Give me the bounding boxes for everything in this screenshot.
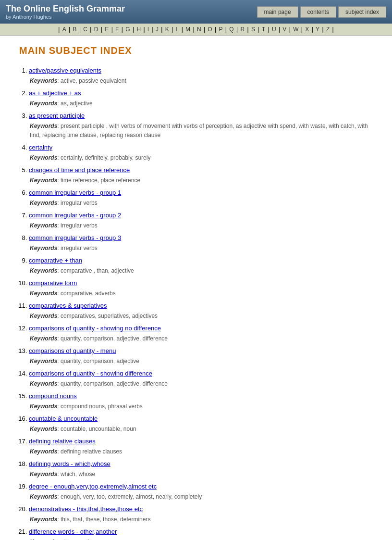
header-title-block: The Online English Grammar by Anthony Hu… bbox=[6, 4, 247, 20]
list-item: active/passive equivalentsKeywords: acti… bbox=[29, 66, 373, 86]
alpha-b[interactable]: B bbox=[73, 26, 77, 33]
keywords-1: Keywords: active, passive equivalent bbox=[29, 76, 373, 86]
index-link-17[interactable]: defining relative clauses bbox=[29, 438, 96, 445]
keywords-4: Keywords: certainly, definitely, probabl… bbox=[29, 153, 373, 163]
alpha-l[interactable]: L bbox=[176, 26, 179, 33]
index-link-21[interactable]: difference words - other,another bbox=[29, 528, 117, 535]
list-item: defining words - which,whoseKeywords: wh… bbox=[29, 459, 373, 479]
index-link-8[interactable]: common irregular verbs - group 3 bbox=[29, 234, 121, 241]
index-list: active/passive equivalentsKeywords: acti… bbox=[19, 66, 373, 540]
list-item: comparatives & superlativesKeywords: com… bbox=[29, 301, 373, 321]
index-link-3[interactable]: as present participle bbox=[29, 112, 85, 119]
index-link-7[interactable]: common irregular verbs - group 2 bbox=[29, 212, 121, 219]
list-item: comparisons of quantity - showing differ… bbox=[29, 369, 373, 389]
list-item: as + adjective + asKeywords: as, adjecti… bbox=[29, 88, 373, 108]
keywords-13: Keywords: quantity, comparison, adjectiv… bbox=[29, 357, 373, 366]
alphabet-bar: | A | B | C | D | E | F | G | H | I | J … bbox=[0, 24, 392, 36]
list-item: changes of time and place referenceKeywo… bbox=[29, 165, 373, 185]
index-link-5[interactable]: changes of time and place reference bbox=[29, 166, 130, 174]
alpha-m[interactable]: M bbox=[185, 26, 190, 33]
alpha-y[interactable]: Y bbox=[316, 26, 319, 33]
keywords-21: Keywords: other, another bbox=[29, 538, 373, 540]
list-item: demonstratives - this,that,these,those e… bbox=[29, 504, 373, 524]
main-content: MAIN SUBJECT INDEX active/passive equiva… bbox=[0, 36, 392, 540]
list-item: common irregular verbs - group 1Keywords… bbox=[29, 188, 373, 208]
index-link-11[interactable]: comparatives & superlatives bbox=[29, 302, 107, 309]
index-link-15[interactable]: compound nouns bbox=[29, 392, 77, 400]
keywords-2: Keywords: as, adjective bbox=[29, 99, 373, 108]
keywords-3: Keywords: present participle , with verb… bbox=[29, 122, 373, 140]
alpha-w[interactable]: W bbox=[293, 26, 298, 33]
alpha-r[interactable]: R bbox=[240, 26, 245, 33]
list-item: countable & uncountableKeywords: countab… bbox=[29, 414, 373, 434]
alpha-c[interactable]: C bbox=[83, 26, 87, 33]
index-link-4[interactable]: certainty bbox=[29, 144, 52, 151]
index-link-20[interactable]: demonstratives - this,that,these,those e… bbox=[29, 505, 143, 513]
alpha-k[interactable]: K bbox=[165, 26, 169, 33]
keywords-7: Keywords: irregular verbs bbox=[29, 221, 373, 230]
nav-buttons: main page contents subject index bbox=[257, 6, 386, 18]
alpha-g[interactable]: G bbox=[125, 26, 130, 33]
alpha-u[interactable]: U bbox=[272, 26, 276, 33]
site-subtitle: by Anthony Hughes bbox=[6, 14, 247, 20]
page-title: MAIN SUBJECT INDEX bbox=[19, 45, 373, 56]
alpha-h[interactable]: H bbox=[136, 26, 141, 33]
index-link-19[interactable]: degree - enough,very,too,extremely,almos… bbox=[29, 483, 157, 490]
alpha-j[interactable]: J bbox=[156, 26, 159, 33]
index-link-12[interactable]: comparisons of quantity - showing no dif… bbox=[29, 325, 161, 332]
alpha-d[interactable]: D bbox=[94, 26, 98, 33]
index-link-9[interactable]: comparative + than bbox=[29, 257, 82, 264]
alpha-v[interactable]: V bbox=[282, 26, 286, 33]
alpha-s[interactable]: S bbox=[251, 26, 255, 33]
contents-button[interactable]: contents bbox=[300, 6, 336, 18]
keywords-12: Keywords: quantity, comparison, adjectiv… bbox=[29, 334, 373, 343]
keywords-5: Keywords: time reference, place referenc… bbox=[29, 176, 373, 185]
list-item: comparative + thanKeywords: comparative … bbox=[29, 256, 373, 276]
alpha-o[interactable]: O bbox=[208, 26, 212, 33]
header: The Online English Grammar by Anthony Hu… bbox=[0, 0, 392, 24]
alpha-x[interactable]: X bbox=[305, 26, 309, 33]
index-link-2[interactable]: as + adjective + as bbox=[29, 89, 81, 97]
alpha-a[interactable]: A bbox=[62, 26, 66, 33]
keywords-10: Keywords: comparative, adverbs bbox=[29, 289, 373, 298]
index-link-10[interactable]: comparative form bbox=[29, 279, 77, 287]
index-link-14[interactable]: comparisons of quantity - showing differ… bbox=[29, 370, 152, 377]
index-link-1[interactable]: active/passive equivalents bbox=[29, 67, 101, 74]
keywords-20: Keywords: this, that, these, those, dete… bbox=[29, 515, 373, 524]
index-link-13[interactable]: comparisons of quantity - menu bbox=[29, 347, 116, 354]
alpha-t[interactable]: T bbox=[262, 26, 265, 33]
site-title: The Online English Grammar bbox=[6, 4, 247, 14]
alpha-z[interactable]: Z bbox=[326, 26, 330, 33]
keywords-8: Keywords: irregular verbs bbox=[29, 244, 373, 253]
list-item: common irregular verbs - group 2Keywords… bbox=[29, 211, 373, 230]
alpha-e[interactable]: E bbox=[105, 26, 109, 33]
keywords-17: Keywords: defining relative clauses bbox=[29, 447, 373, 456]
alpha-p[interactable]: P bbox=[219, 26, 223, 33]
keywords-19: Keywords: enough, very, too, extremely, … bbox=[29, 492, 373, 502]
list-item: defining relative clausesKeywords: defin… bbox=[29, 437, 373, 456]
keywords-6: Keywords: irregular verbs bbox=[29, 199, 373, 208]
keywords-18: Keywords: which, whose bbox=[29, 470, 373, 479]
alpha-f[interactable]: F bbox=[115, 26, 119, 33]
list-item: difference words - other,anotherKeywords… bbox=[29, 527, 373, 540]
list-item: degree - enough,very,too,extremely,almos… bbox=[29, 482, 373, 502]
alpha-n[interactable]: N bbox=[197, 26, 201, 33]
index-link-18[interactable]: defining words - which,whose bbox=[29, 460, 110, 467]
subject-index-button[interactable]: subject index bbox=[338, 6, 386, 18]
keywords-16: Keywords: countable, uncountable, noun bbox=[29, 425, 373, 434]
alpha-q[interactable]: Q bbox=[229, 26, 233, 33]
list-item: comparisons of quantity - menuKeywords: … bbox=[29, 346, 373, 366]
keywords-9: Keywords: comparative , than, adjective bbox=[29, 266, 373, 276]
list-item: certaintyKeywords: certainly, definitely… bbox=[29, 143, 373, 163]
list-item: comparisons of quantity - showing no dif… bbox=[29, 324, 373, 343]
keywords-11: Keywords: comparatives, superlatives, ad… bbox=[29, 312, 373, 321]
list-item: as present participleKeywords: present p… bbox=[29, 111, 373, 140]
main-page-button[interactable]: main page bbox=[257, 6, 298, 18]
index-link-6[interactable]: common irregular verbs - group 1 bbox=[29, 189, 121, 196]
alpha-i[interactable]: I bbox=[147, 26, 149, 33]
index-link-16[interactable]: countable & uncountable bbox=[29, 415, 98, 422]
keywords-15: Keywords: compound nouns, phrasal verbs bbox=[29, 402, 373, 411]
list-item: common irregular verbs - group 3Keywords… bbox=[29, 233, 373, 253]
list-item: comparative formKeywords: comparative, a… bbox=[29, 278, 373, 298]
list-item: compound nounsKeywords: compound nouns, … bbox=[29, 391, 373, 411]
